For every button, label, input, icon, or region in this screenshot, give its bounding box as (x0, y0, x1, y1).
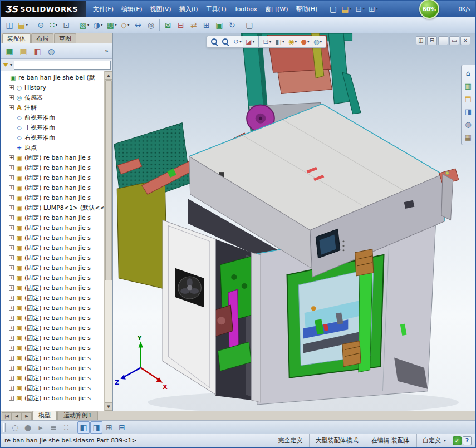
tree-item-component[interactable]: +▣(固定) re ban han jie s (1, 393, 104, 403)
tree-item-component[interactable]: +▣(固定) re ban han jie s (1, 193, 104, 203)
featuremanager-display-icon[interactable]: ◫ (3, 19, 16, 31)
menu-item-0[interactable]: 文件(F) (89, 4, 117, 14)
tree-item-special-1[interactable]: +◎传感器 (1, 92, 104, 102)
display-style-icon[interactable]: ◧▾ (274, 37, 286, 47)
zoom-fit-icon[interactable] (209, 37, 220, 47)
edit-macro-icon[interactable]: ≡ (47, 421, 60, 434)
tree-item-component[interactable]: +▣(固定) re ban han jie s (1, 383, 104, 393)
expander-icon[interactable]: + (9, 205, 14, 210)
save-table-icon[interactable]: ⊟ (116, 421, 128, 434)
expander-icon[interactable]: + (9, 275, 14, 280)
tree-item-component[interactable]: +▣(固定) re ban han jie s (1, 323, 104, 333)
previous-view-icon[interactable]: ↺▾ (232, 37, 243, 47)
tree-item-component[interactable]: +▣(固定) re ban han jie s (1, 233, 104, 243)
tree-item-special-4[interactable]: ◇上视基准面 (1, 122, 104, 132)
tree-item-special-0[interactable]: +◷History (1, 82, 104, 92)
linear-pattern-icon[interactable]: ∷▾ (47, 19, 60, 31)
tree-item-special-3[interactable]: ◇前视基准面 (1, 112, 104, 122)
show-hidden-components-icon[interactable]: ◎ (145, 19, 157, 31)
document-tab-1[interactable]: 运动算例1 (57, 411, 98, 420)
window-cascade-icon[interactable]: ⊟ (427, 36, 437, 45)
scroll-up-icon[interactable] (105, 71, 112, 80)
expander-icon[interactable]: + (9, 336, 14, 341)
tree-item-component[interactable]: +▣(固定) re ban han jie s (1, 313, 104, 323)
solidworks-resources-icon[interactable]: ⌂ (463, 67, 474, 78)
accelerator-ball-badge[interactable]: 60% (419, 0, 439, 19)
view-palette-icon[interactable]: ◨ (463, 106, 474, 117)
move-component-icon[interactable]: ↔ (132, 19, 144, 31)
tree-item-component[interactable]: +▣(固定) re ban han jie s (1, 173, 104, 183)
window-minimize-icon[interactable]: — (438, 36, 448, 45)
apply-scene-icon[interactable]: ◍▾ (312, 37, 324, 47)
menu-item-1[interactable]: 编辑(E) (117, 4, 146, 14)
new-macro-icon[interactable]: ∷ (60, 421, 72, 434)
expander-icon[interactable]: + (9, 185, 14, 190)
solidworks-search-icon[interactable]: ◧ (77, 421, 90, 434)
tree-item-special-6[interactable]: +原点 (1, 142, 104, 152)
tree-item-component[interactable]: +▣(固定) re ban han jie s (1, 152, 104, 163)
expander-icon[interactable]: + (9, 175, 14, 180)
tab-scroll-button-2[interactable]: ▶ (22, 412, 32, 420)
smart-fasteners-icon[interactable]: ⊡ (60, 19, 72, 31)
expander-icon[interactable]: + (9, 386, 14, 391)
bom-table-icon[interactable]: ⊞ (103, 421, 115, 434)
tree-item-component[interactable]: +▣(固定) re ban han jie s (1, 243, 104, 253)
expander-icon[interactable]: + (9, 306, 14, 311)
assembly-model[interactable]: Y X Z (113, 33, 475, 411)
reference-geometry-icon[interactable]: ◇▾ (119, 19, 131, 31)
expander-icon[interactable]: + (9, 265, 14, 270)
expander-icon[interactable]: + (9, 105, 14, 110)
open-icon[interactable]: ▤▾ (340, 3, 353, 14)
expander-icon[interactable]: + (9, 165, 14, 170)
section-view-icon[interactable]: ◪▾ (244, 37, 256, 47)
assembly-features-icon[interactable]: ▩▾ (105, 19, 119, 31)
screen-capture-icon[interactable]: ▢ (243, 19, 256, 31)
custom-properties-icon[interactable]: ▦ (463, 131, 474, 142)
quick-tips-icon[interactable]: ✓ (453, 436, 462, 445)
zoom-area-icon[interactable] (220, 37, 231, 47)
exploded-view-icon[interactable]: ⊠ (162, 19, 174, 31)
panel-tab-1[interactable]: 布局 (31, 33, 53, 43)
expander-icon[interactable]: + (9, 85, 14, 90)
configurationmanager-icon[interactable]: ◧ (31, 45, 43, 57)
run-macro-icon[interactable]: ▸ (35, 421, 47, 434)
open-part-icon[interactable]: ▤▾ (16, 19, 30, 31)
expander-icon[interactable]: + (9, 225, 14, 230)
save-icon[interactable]: ⊟▾ (354, 3, 367, 14)
toolbar-grip[interactable] (3, 423, 6, 432)
tree-item-component[interactable]: +▣(固定) re ban han jie s (1, 263, 104, 273)
menu-item-5[interactable]: Toolbox (230, 4, 261, 14)
status-custom-button[interactable]: 自定义 ▾ (416, 434, 452, 447)
tree-item-component[interactable]: +▣(固定) re ban han jie s (1, 293, 104, 303)
interference-detection-icon[interactable]: ⊟ (175, 19, 187, 31)
expander-icon[interactable]: + (9, 326, 14, 331)
expander-icon[interactable]: + (9, 376, 14, 381)
mass-properties-icon[interactable]: ⊞ (200, 19, 213, 31)
insert-component-icon[interactable]: ▧▾ (77, 19, 91, 31)
menu-item-2[interactable]: 视图(V) (146, 4, 175, 14)
tree-item-component[interactable]: +▣(固定) re ban han jie s (1, 223, 104, 233)
design-library-icon[interactable]: ▥ (463, 80, 474, 91)
scroll-thumb[interactable] (105, 80, 112, 280)
panel-tab-0[interactable]: 装配体 (2, 33, 31, 43)
tree-item-special-5[interactable]: ◇右视基准面 (1, 132, 104, 142)
tree-item-component[interactable]: +▣(固定) re ban han jie s (1, 363, 104, 373)
filter-icon[interactable] (3, 63, 8, 67)
help-icon[interactable]: ? (463, 436, 472, 445)
menu-item-3[interactable]: 插入(I) (175, 4, 202, 14)
new-document-icon[interactable]: ▢ (327, 3, 339, 14)
expander-icon[interactable]: + (9, 366, 14, 371)
tree-item-component[interactable]: +▣(固定) re ban han jie s (1, 353, 104, 363)
panel-tab-2[interactable]: 草图 (54, 33, 76, 43)
knowledge-base-icon[interactable]: ◨ (90, 421, 102, 434)
more-panel-tabs-button[interactable]: » (103, 47, 110, 55)
tree-item-component[interactable]: +▣(固定) re ban han jie s (1, 253, 104, 263)
tree-scrollbar[interactable] (104, 71, 112, 411)
expander-icon[interactable]: + (9, 215, 14, 220)
expander-icon[interactable]: + (9, 296, 14, 301)
tree-item-component[interactable]: +▣(固定) re ban han jie s (1, 273, 104, 283)
tree-item-component[interactable]: +▣(固定) re ban han jie s (1, 333, 104, 343)
measure-icon[interactable]: ⇄ (188, 19, 200, 31)
expander-icon[interactable]: + (9, 155, 14, 160)
mate-icon[interactable]: ⊙ (35, 19, 47, 31)
